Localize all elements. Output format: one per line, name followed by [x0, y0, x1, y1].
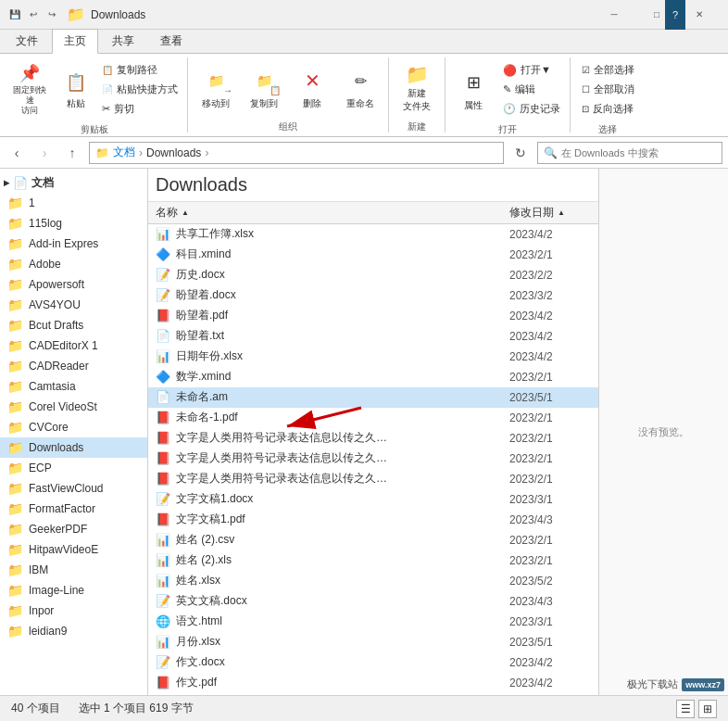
file-row[interactable]: 🔷数学.xmind2023/2/1: [148, 367, 598, 387]
sidebar-item-hitpaw[interactable]: 📁 HitpawVideoE: [0, 539, 147, 560]
file-name-cell: 📕文字是人类用符号记录表达信息以传之久…: [148, 430, 506, 446]
file-row[interactable]: 📊姓名 (2).xls2023/2/1: [148, 550, 598, 571]
sidebar-header-documents[interactable]: ▶ 📄 文档: [0, 172, 147, 193]
invert-selection-icon: ⊡: [582, 104, 589, 114]
file-row[interactable]: 📕文字文稿1.pdf2023/4/3: [148, 510, 598, 530]
copy-to-button[interactable]: 📁 📋 复制到: [242, 61, 286, 115]
sidebar-item-115log[interactable]: 📁 115log: [0, 213, 147, 234]
file-row[interactable]: 📕未命名-1.pdf2023/2/1: [148, 408, 598, 428]
sidebar-item-cadeditorx[interactable]: 📁 CADEditorX 1: [0, 335, 147, 356]
file-row[interactable]: 📝历史.docx2023/2/2: [148, 265, 598, 285]
tab-file[interactable]: 文件: [4, 29, 50, 53]
sidebar-item-ibm[interactable]: 📁 IBM: [0, 560, 147, 580]
sidebar-item-cvcore[interactable]: 📁 CVCore: [0, 417, 147, 437]
file-row[interactable]: 📊日期年份.xlsx2023/4/2: [148, 347, 598, 367]
tab-share[interactable]: 共享: [100, 29, 146, 53]
search-input[interactable]: [561, 147, 716, 158]
sidebar-item-cadreader[interactable]: 📁 CADReader: [0, 356, 147, 376]
sidebar-item-label: Inpor: [29, 604, 54, 617]
file-row[interactable]: 📄盼望着.txt2023/4/2: [148, 326, 598, 347]
select-all-button[interactable]: ☑ 全部选择: [578, 61, 638, 79]
edit-button[interactable]: ✎ 编辑: [499, 81, 564, 98]
sidebar-item-geekerpdf[interactable]: 📁 GeekerPDF: [0, 519, 147, 539]
file-row[interactable]: 🔷科目.xmind2023/2/1: [148, 245, 598, 265]
invert-selection-button[interactable]: ⊡ 反向选择: [578, 100, 637, 118]
view-list-button[interactable]: ☰: [676, 700, 695, 718]
sidebar-item-leidian9[interactable]: 📁 leidian9: [0, 621, 147, 641]
up-button[interactable]: ↑: [61, 142, 83, 164]
open-dropdown-button[interactable]: 🔴 打开▼: [499, 61, 564, 79]
sort-by-date[interactable]: 修改日期 ▲: [506, 205, 598, 221]
paste-button[interactable]: 📋 粘贴: [56, 63, 96, 117]
sidebar-item-inpor[interactable]: 📁 Inpor: [0, 601, 147, 621]
sidebar-item-label: IBM: [29, 563, 48, 576]
file-date: 2023/3/1: [506, 493, 598, 506]
tb-icon-2[interactable]: ↩: [26, 7, 41, 22]
refresh-button[interactable]: ↻: [509, 142, 532, 164]
cut-button[interactable]: ✂ 剪切: [98, 100, 182, 118]
sidebar-item-addin[interactable]: 📁 Add-in Expres: [0, 234, 147, 254]
clipboard-label: 剪贴板: [81, 121, 108, 136]
sidebar-item-1[interactable]: 📁 1: [0, 193, 147, 213]
file-row[interactable]: 📝文字文稿1.docx2023/3/1: [148, 489, 598, 510]
sidebar-item-fastview[interactable]: 📁 FastViewCloud: [0, 478, 147, 499]
file-row[interactable]: 📄未命名.am2023/5/1: [148, 387, 598, 408]
path-part-1[interactable]: 文档: [113, 145, 135, 160]
rename-button[interactable]: ✏ 重命名: [338, 61, 383, 115]
file-row[interactable]: 📊姓名 (2).csv2023/2/1: [148, 530, 598, 550]
sidebar-item-downloads[interactable]: 📁 Downloads: [0, 437, 147, 458]
select-none-button[interactable]: ☐ 全部取消: [578, 81, 638, 98]
sidebar-header-label: 文档: [31, 175, 54, 191]
sidebar-item-adobe[interactable]: 📁 Adobe: [0, 254, 147, 274]
properties-button[interactable]: ⊞ 属性: [451, 63, 496, 117]
file-name: 数学.xmind: [176, 369, 231, 385]
file-row[interactable]: 📝作文.docx2023/4/2: [148, 652, 598, 673]
file-row[interactable]: 📊姓名.xlsx2023/5/2: [148, 571, 598, 591]
back-button[interactable]: ‹: [6, 142, 28, 164]
file-row[interactable]: 📝英文文稿.docx2023/4/3: [148, 591, 598, 612]
sidebar-item-avs4you[interactable]: 📁 AVS4YOU: [0, 295, 147, 315]
tb-icon-3[interactable]: ↪: [44, 7, 59, 22]
sidebar: ▶ 📄 文档 📁 1 📁 115log 📁 Add-in Expres 📁 Ad…: [0, 169, 148, 695]
file-row[interactable]: 📊月份.xlsx2023/5/1: [148, 632, 598, 652]
sidebar-item-imageline[interactable]: 📁 Image-Line: [0, 580, 147, 601]
sidebar-item-bcutdrafts[interactable]: 📁 Bcut Drafts: [0, 315, 147, 335]
sort-date-icon: ▲: [558, 209, 565, 217]
file-row[interactable]: 📊共享工作簿.xlsx2023/4/2: [148, 224, 598, 245]
tab-view[interactable]: 查看: [148, 29, 195, 53]
sidebar-item-apowersoft[interactable]: 📁 Apowersoft: [0, 274, 147, 295]
move-to-button[interactable]: 📁 → 移动到: [194, 61, 238, 115]
pin-to-quick-access-button[interactable]: 📌 固定到快速访问: [7, 63, 52, 117]
copy-path-button[interactable]: 📋 复制路径: [98, 61, 182, 79]
sidebar-folder-icon: 📁: [7, 563, 23, 577]
file-row[interactable]: 📕作文.pdf2023/4/2: [148, 673, 598, 693]
view-details-button[interactable]: ⊞: [698, 700, 717, 718]
sidebar-item-ecp[interactable]: 📁 ECP: [0, 458, 147, 478]
sidebar-item-camtasia[interactable]: 📁 Camtasia: [0, 376, 147, 397]
address-path[interactable]: 📁 文档 › Downloads ›: [89, 142, 504, 164]
file-row[interactable]: 📕盼望着.pdf2023/4/2: [148, 306, 598, 326]
sidebar-folder-icon: 📁: [7, 461, 23, 475]
delete-button[interactable]: ✕ 删除: [290, 61, 334, 115]
new-folder-button[interactable]: 📁 新建文件夹: [395, 61, 439, 115]
sidebar-item-formatfactor[interactable]: 📁 FormatFactor: [0, 499, 147, 519]
path-part-2[interactable]: Downloads: [146, 146, 201, 159]
tab-home[interactable]: 主页: [52, 29, 98, 54]
file-row[interactable]: 🌐语文.html2023/3/1: [148, 612, 598, 632]
history-button[interactable]: 🕐 历史记录: [499, 100, 564, 118]
file-row[interactable]: 📝盼望着.docx2023/3/2: [148, 285, 598, 306]
forward-button[interactable]: ›: [33, 142, 56, 164]
minimize-button[interactable]: ─: [593, 0, 635, 30]
search-box[interactable]: 🔍: [537, 142, 722, 164]
help-button[interactable]: ?: [665, 0, 685, 30]
file-row[interactable]: 📕文字是人类用符号记录表达信息以传之久…2023/2/1: [148, 428, 598, 449]
sidebar-item-corelvideo[interactable]: 📁 Corel VideoSt: [0, 397, 147, 417]
file-row[interactable]: 📕文字是人类用符号记录表达信息以传之久…2023/2/1: [148, 469, 598, 489]
file-row[interactable]: 📕文字是人类用符号记录表达信息以传之久…2023/2/1: [148, 449, 598, 469]
tb-icon-1[interactable]: 💾: [7, 7, 22, 22]
file-type-icon: 📝: [156, 594, 170, 609]
paste-shortcut-button[interactable]: 📄 粘贴快捷方式: [98, 81, 182, 98]
file-name-cell: 📝历史.docx: [148, 267, 506, 283]
file-date: 2023/3/2: [506, 289, 598, 302]
sort-by-name[interactable]: 名称 ▲: [148, 205, 506, 221]
